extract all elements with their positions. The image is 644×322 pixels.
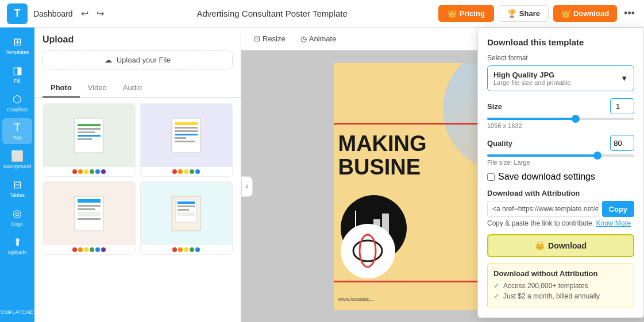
graphics-icon: ⬡ [13,93,22,106]
svg-rect-3 [78,131,95,133]
svg-rect-11 [175,137,186,139]
svg-rect-24 [178,212,195,216]
top-bar: T Dashboard ↩ ↪ Advertising Consultant P… [0,0,644,28]
redo-button[interactable]: ↪ [94,7,106,20]
upload-panel: Upload ☁ Upload your File Photo Video Au… [34,28,241,322]
sidebar-item-uploads[interactable]: ⬆ Uploads [2,232,32,259]
resize-button[interactable]: ⊡ Resize [249,32,290,45]
upload-file-button[interactable]: ☁ Upload your File [43,51,233,69]
more-options-button[interactable]: ••• [622,5,637,22]
svg-rect-5 [78,138,92,140]
color-dots [43,245,135,254]
color-dots [141,167,233,176]
size-slider-thumb[interactable] [572,115,580,123]
copy-button[interactable]: Copy [602,201,635,217]
svg-rect-14 [78,199,101,203]
logo-icon: ◎ [13,207,22,220]
tables-icon: ⊟ [13,179,22,191]
color-dots [141,245,233,254]
color-dots [43,167,135,176]
svg-rect-1 [78,124,101,126]
download-crown-icon: 👑 [535,241,545,250]
know-more-link[interactable]: Know More [596,219,631,227]
background-icon: ⬜ [11,150,24,162]
tab-photo[interactable]: Photo [43,79,80,98]
size-input[interactable] [610,98,634,114]
panel-header: Upload ☁ Upload your File [34,28,241,74]
svg-rect-9 [175,130,198,132]
fill-icon: ◨ [13,64,22,77]
attribution-label: Download with Attribution [487,189,634,197]
pricing-button[interactable]: 👑 Pricing [438,5,494,22]
download-button[interactable]: 👑 Download [553,5,617,22]
quality-slider-thumb[interactable] [593,152,601,160]
crown-icon: 👑 [448,9,457,18]
quality-input[interactable] [610,135,634,151]
download-dropdown: Download this template Select format Hig… [477,28,644,318]
poster-main-text: MAKING BUSINE [338,132,427,180]
no-attr-item-2: ✓ Just $2 a month, billed annually [493,292,628,300]
svg-rect-23 [178,209,189,211]
thumbnail-preview [43,104,135,167]
resize-icon: ⊡ [254,34,260,43]
download-panel-title: Download this template [487,37,634,47]
animate-button[interactable]: ◷ Animate [296,32,341,45]
size-slider-track[interactable] [487,118,634,120]
brand-label: TEMPLATE.NET [0,307,39,317]
svg-point-31 [353,240,382,261]
save-settings-checkbox[interactable] [487,173,495,181]
sidebar-item-fill[interactable]: ◨ Fill [2,61,32,87]
svg-rect-22 [178,205,195,207]
tab-audio[interactable]: Audio [115,79,150,98]
sidebar-item-background[interactable]: ⬜ Background [2,146,32,173]
sidebar-item-text[interactable]: T Text [2,118,32,144]
svg-rect-18 [78,218,101,220]
svg-point-32 [360,235,376,267]
sidebar-item-tables[interactable]: ⊟ Tables [2,175,32,201]
svg-rect-7 [175,122,198,125]
format-main-text: High Quality JPG [493,71,571,79]
main-download-button[interactable]: 👑 Download [487,234,634,257]
media-grid [34,98,241,261]
text-icon: T [14,122,21,134]
quality-slider-fill [487,154,597,157]
download-crown-icon: 👑 [561,9,570,18]
panel-title: Upload [43,34,233,45]
top-bar-actions: 👑 Pricing 🏆 Share 👑 Download ••• [438,5,637,22]
size-slider-fill [487,118,576,120]
quality-row: Quality [487,135,634,151]
poster-logo-circle [341,224,395,278]
list-item[interactable] [43,103,136,177]
list-item[interactable] [140,181,233,255]
share-icon: 🏆 [507,9,516,18]
collapse-panel-button[interactable]: ‹ [241,176,253,197]
history-controls: ↩ ↪ [79,7,106,20]
sidebar-item-graphics[interactable]: ⬡ Graphics [2,90,32,116]
format-select-inner: High Quality JPG Large file size and pri… [493,71,571,86]
svg-rect-8 [175,127,198,129]
save-checkbox-row: Save download settings [487,172,634,182]
size-dims: 1056 x 1632 [487,122,634,129]
format-select-button[interactable]: High Quality JPG Large file size and pri… [487,65,634,91]
poster-url: www.locustac... [338,296,374,302]
thumbnail-preview [43,182,135,245]
app-logo: T [7,3,28,24]
undo-button[interactable]: ↩ [79,7,91,20]
sidebar-item-templates[interactable]: ⊞ Templates [2,32,32,59]
format-sub-text: Large file size and printable [493,79,571,86]
svg-rect-21 [178,201,195,204]
attribution-input-row: <a href=https://www.template.net/e... Co… [487,201,634,217]
file-size-text: File size: Large [487,159,634,166]
tab-video[interactable]: Video [80,79,115,98]
list-item[interactable] [140,103,233,177]
list-item[interactable] [43,181,136,255]
quality-slider-track[interactable] [487,154,634,157]
thumbnail-preview [141,104,233,167]
check-icon-2: ✓ [493,292,500,300]
save-settings-label: Save download settings [498,172,595,182]
attribution-link-text: Copy & paste the link to contribute. Kno… [487,219,634,227]
svg-rect-16 [78,208,95,210]
sidebar-item-logo[interactable]: ◎ Logo [2,204,32,230]
icon-sidebar: ⊞ Templates ◨ Fill ⬡ Graphics T Text ⬜ B… [0,28,34,322]
share-button[interactable]: 🏆 Share [499,5,549,22]
